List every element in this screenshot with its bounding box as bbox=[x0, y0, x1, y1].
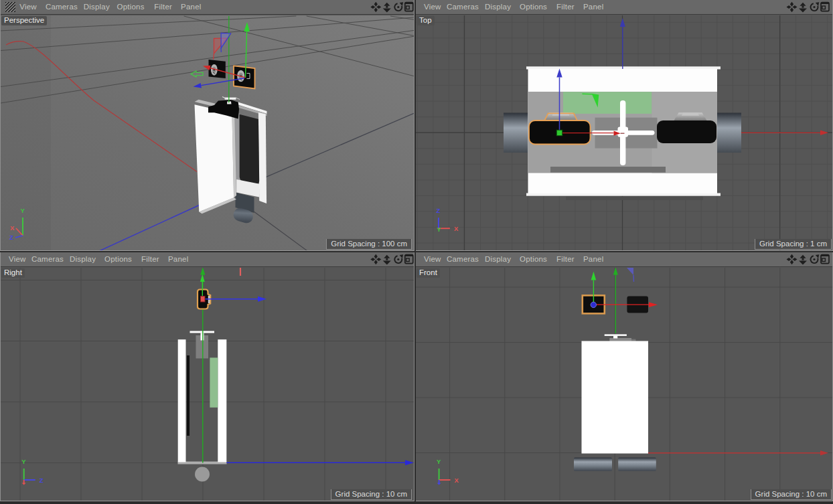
svg-text:Z: Z bbox=[436, 207, 440, 214]
svg-text:X: X bbox=[455, 477, 459, 484]
svg-text:Z: Z bbox=[9, 234, 13, 241]
svg-text:Y: Y bbox=[21, 207, 25, 214]
svg-text:Y: Y bbox=[437, 458, 441, 465]
svg-text:Y: Y bbox=[437, 226, 441, 233]
svg-text:X: X bbox=[454, 225, 459, 232]
svg-text:Y: Y bbox=[21, 458, 26, 465]
svg-text:Z: Z bbox=[40, 477, 44, 484]
svg-text:X: X bbox=[10, 224, 15, 232]
